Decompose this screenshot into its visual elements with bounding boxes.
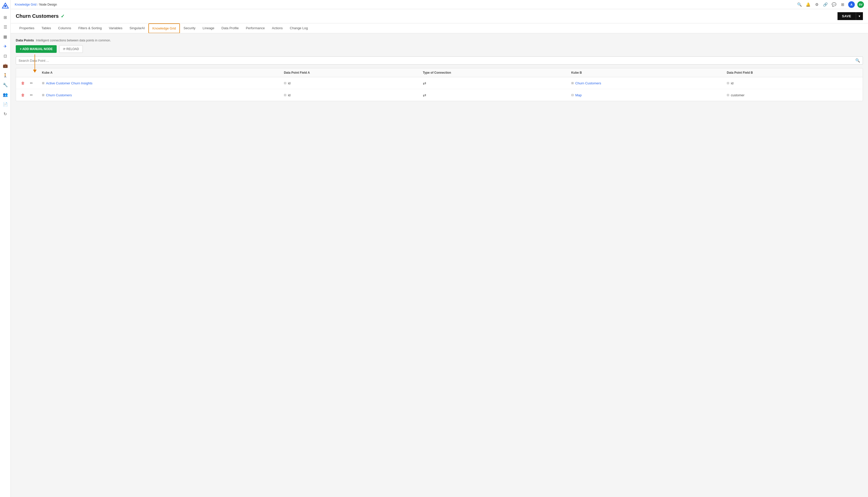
sidebar-grid-icon[interactable]: ⊞ — [1, 13, 10, 22]
tab-security[interactable]: Security — [180, 24, 199, 33]
connection-icon-row-2: ⇄ — [423, 93, 426, 97]
edit-icon-row-1[interactable]: ✏ — [28, 80, 35, 86]
search-input[interactable] — [18, 59, 855, 62]
kube-a-link-row-1[interactable]: ⊞ Active Customer Churn Insights — [42, 81, 277, 85]
arrow-line — [34, 54, 35, 70]
tab-knowledge-grid[interactable]: Knowledge Grid — [148, 23, 180, 33]
field-b-cell-row-2: ⊟ customer — [727, 93, 859, 97]
field-a-icon-row-2: ⊟ — [284, 93, 286, 97]
table-header-row: Kube A Data Point Field A Type of Connec… — [16, 68, 863, 77]
app-logo[interactable] — [1, 2, 10, 10]
field-a-icon-row-1: ⊟ — [284, 81, 286, 85]
search-icon[interactable]: 🔍 — [855, 58, 860, 63]
row-1-kube-a: ⊞ Active Customer Churn Insights — [38, 77, 280, 89]
row-2-field-a: ⊟ id — [280, 89, 419, 101]
arrow-head — [33, 70, 37, 73]
breadcrumb-current: Node Design — [39, 3, 57, 6]
sidebar-users-icon[interactable]: 👥 — [1, 90, 10, 99]
tab-filters[interactable]: Filters & Sorting — [75, 24, 105, 33]
bell-icon[interactable]: 🔔 — [805, 1, 811, 8]
connection-icon-row-1: ⇄ — [423, 81, 426, 85]
section-title: Data Points Intelligent connections betw… — [16, 38, 863, 42]
delete-icon-row-2[interactable]: 🗑 — [19, 92, 26, 98]
field-a-cell-row-2: ⊟ id — [284, 93, 416, 97]
tab-actions[interactable]: Actions — [268, 24, 286, 33]
breadcrumb: Knowledge Grid / Node Design — [15, 3, 57, 6]
tab-singularai[interactable]: SingularAI — [126, 24, 148, 33]
kube-b-name-row-2: Map — [575, 93, 582, 97]
tab-data-profile[interactable]: Data Profile — [218, 24, 242, 33]
search-bar: 🔍 — [16, 56, 863, 65]
section-subtitle: Intelligent connections between data poi… — [36, 39, 111, 42]
sidebar-tools-icon[interactable]: 🔧 — [1, 81, 10, 89]
sidebar-document-icon[interactable]: 📄 — [1, 100, 10, 108]
tab-change-log[interactable]: Change Log — [286, 24, 312, 33]
knowledge-grid-table: Kube A Data Point Field A Type of Connec… — [16, 68, 863, 101]
sidebar-person-icon[interactable]: 🚶 — [1, 71, 10, 79]
data-area: Data Points Intelligent connections betw… — [11, 33, 868, 497]
table-row: 🗑 ✏ ⊞ Churn Customers — [16, 89, 863, 101]
sidebar-search-icon[interactable]: ⊡ — [1, 52, 10, 60]
grid-icon[interactable]: ⊞ — [840, 1, 845, 8]
col-data-point-field-a: Data Point Field A — [280, 68, 419, 77]
check-icon: ✓ — [61, 13, 65, 19]
sidebar-nav-icon[interactable]: ✈ — [1, 42, 10, 50]
main-area: Knowledge Grid / Node Design 🔍 🔔 ⚙ 🔗 💬 ⊞… — [11, 0, 868, 497]
tab-variables[interactable]: Variables — [105, 24, 126, 33]
field-b-icon-row-2: ⊟ — [727, 93, 729, 97]
col-kube-b: Kube B — [568, 68, 723, 77]
sidebar-list-icon[interactable]: ☰ — [1, 23, 10, 31]
save-dropdown-button[interactable]: ▾ — [856, 12, 863, 20]
row-2-connection: ⇄ — [419, 89, 568, 101]
tab-properties[interactable]: Properties — [16, 24, 38, 33]
kube-a-name-row-1: Active Customer Churn Insights — [46, 81, 93, 85]
row-1-field-a: ⊟ id — [280, 77, 419, 89]
data-points-table: Kube A Data Point Field A Type of Connec… — [16, 68, 863, 101]
row-1-connection: ⇄ — [419, 77, 568, 89]
content-area: Churn Customers ✓ SAVE ▾ Properties Tabl… — [11, 9, 868, 497]
breadcrumb-parent-link[interactable]: Knowledge Grid — [15, 3, 36, 6]
search-icon[interactable]: 🔍 — [796, 1, 802, 8]
delete-icon-row-1[interactable]: 🗑 — [19, 80, 26, 86]
kube-b-link-row-1[interactable]: ⊞ Churn Customers — [571, 81, 720, 85]
col-data-point-field-b: Data Point Field B — [723, 68, 863, 77]
table-row: 🗑 ✏ ⊞ Active Customer Churn Insights — [16, 77, 863, 89]
page-header: Churn Customers ✓ SAVE ▾ — [11, 9, 868, 23]
col-type-of-connection: Type of Connection — [419, 68, 568, 77]
sidebar-refresh-icon[interactable]: ↻ — [1, 110, 10, 118]
kube-a-name-row-2: Churn Customers — [46, 93, 72, 97]
page-title: Churn Customers ✓ — [16, 13, 65, 19]
field-b-cell-row-1: ⊟ id — [727, 81, 859, 85]
tab-performance[interactable]: Performance — [242, 24, 268, 33]
tab-columns[interactable]: Columns — [55, 24, 75, 33]
avatar-green[interactable]: SV — [857, 1, 864, 8]
avatar-blue[interactable]: A — [848, 1, 855, 8]
kube-a-table-icon-row-1: ⊞ — [42, 81, 44, 85]
sidebar-briefcase-icon[interactable]: 💼 — [1, 61, 10, 70]
field-b-value-row-2: customer — [731, 93, 744, 97]
sidebar-table-icon[interactable]: ▦ — [1, 32, 10, 41]
add-manual-node-button[interactable]: + ADD MANUAL NODE — [16, 45, 57, 53]
row-2-actions: 🗑 ✏ — [16, 89, 38, 101]
link-icon[interactable]: 🔗 — [822, 1, 828, 8]
tab-tables[interactable]: Tables — [38, 24, 55, 33]
tab-lineage[interactable]: Lineage — [199, 24, 218, 33]
support-icon[interactable]: 💬 — [831, 1, 837, 8]
reload-button[interactable]: ⟳ RELOAD — [59, 45, 83, 53]
kube-b-table-icon-row-1: ⊞ — [571, 81, 574, 85]
arrow-annotation — [33, 54, 37, 73]
kube-b-name-row-1: Churn Customers — [575, 81, 601, 85]
row-2-field-b: ⊟ customer — [723, 89, 863, 101]
save-button[interactable]: SAVE — [838, 12, 856, 20]
row-2-kube-b: ⊟ Map — [568, 89, 723, 101]
row-1-actions: 🗑 ✏ — [16, 77, 38, 89]
edit-icon-row-2[interactable]: ✏ — [28, 92, 35, 98]
settings-icon[interactable]: ⚙ — [814, 1, 820, 8]
tab-bar: Properties Tables Columns Filters & Sort… — [11, 23, 868, 33]
kube-b-link-row-2[interactable]: ⊟ Map — [571, 93, 720, 97]
field-b-icon-row-1: ⊟ — [727, 81, 729, 85]
topnav-icons: 🔍 🔔 ⚙ 🔗 💬 ⊞ A SV — [796, 1, 864, 8]
row-1-field-b: ⊟ id — [723, 77, 863, 89]
kube-a-link-row-2[interactable]: ⊞ Churn Customers — [42, 93, 277, 97]
sidebar: ⊞ ☰ ▦ ✈ ⊡ 💼 🚶 🔧 👥 📄 ↻ — [0, 0, 11, 497]
